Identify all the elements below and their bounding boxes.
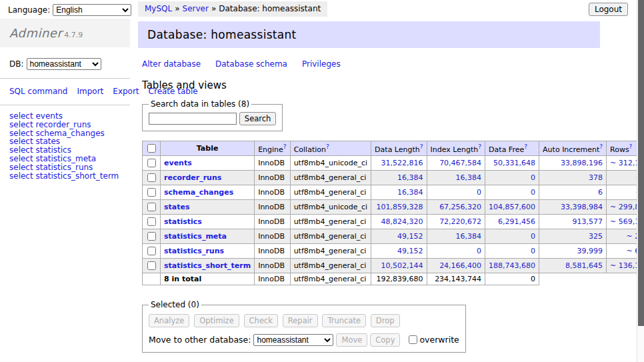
table-link[interactable]: schema_changes	[164, 188, 233, 197]
database-action-links: Alter databaseDatabase schemaPrivileges	[142, 59, 600, 69]
logout-button[interactable]: Logout	[589, 3, 628, 16]
table-row: statistics_short_term InnoDB utf8mb4_gen…	[143, 259, 644, 273]
cell-data-length: 48,824,320	[371, 215, 427, 229]
row-checkbox[interactable]	[147, 217, 156, 226]
check-button[interactable]: Check	[244, 314, 278, 327]
breadcrumb-link-server[interactable]: Server	[183, 4, 209, 13]
sidebar-link-sql-command[interactable]: SQL command	[9, 87, 67, 96]
table-link[interactable]: statistics_short_term	[164, 261, 251, 270]
help-link[interactable]: ?	[629, 143, 633, 150]
cell-data-length: 10,502,144	[371, 259, 427, 273]
cell-data-length: 31,522,816	[371, 156, 427, 171]
help-link[interactable]: ?	[599, 143, 603, 150]
sidebar-table-link[interactable]: select statistics_short_term	[9, 172, 121, 181]
row-checkbox[interactable]	[147, 188, 156, 197]
select-all-checkbox[interactable]	[147, 144, 156, 153]
language-row: Language:English	[8, 4, 131, 16]
cell-data-length: 49,152	[371, 229, 427, 244]
sidebar-table-list: select events select recorder_runs selec…	[0, 105, 130, 187]
row-checkbox[interactable]	[147, 159, 156, 167]
column-header-index-length: Index Length?	[427, 141, 485, 156]
alter-database-link[interactable]: Alter database	[142, 59, 201, 69]
cell-data-free: 6,291,456	[485, 215, 539, 229]
cell-index-length: 24,166,400	[427, 259, 485, 273]
row-checkbox[interactable]	[147, 173, 156, 182]
table-row: statistics InnoDB utf8mb4_general_ci 48,…	[143, 215, 644, 229]
cell-engine: InnoDB	[255, 171, 290, 185]
cell-auto-increment: 33,398,984	[539, 200, 607, 215]
help-link[interactable]: ?	[478, 143, 481, 150]
language-select[interactable]: English	[53, 4, 131, 16]
sidebar-table-link[interactable]: select statistics_meta	[9, 155, 121, 163]
column-header-data-free: Data Free?	[485, 141, 539, 156]
sidebar-link-import[interactable]: Import	[77, 87, 103, 96]
table-link[interactable]: statistics	[164, 217, 202, 226]
help-link[interactable]: ?	[524, 143, 527, 150]
search-fieldset: Search data in tables (8) Search	[142, 99, 283, 131]
cell-data-length: 16,384	[371, 185, 427, 200]
move-label: Move to other database:	[149, 335, 251, 345]
breadcrumb: MySQL»Server»Database: homeassistant	[138, 1, 327, 17]
adminer-version: 4.7.9	[64, 31, 83, 39]
table-link[interactable]: statistics_meta	[164, 232, 227, 241]
total-data-length: 192,839,680	[371, 273, 427, 285]
scrollbar-thumb[interactable]	[638, 0, 644, 326]
repair-button[interactable]: Repair	[283, 314, 318, 327]
help-link[interactable]: ?	[283, 143, 287, 150]
cell-data-free: 0	[485, 244, 539, 259]
breadcrumb-link-mysql[interactable]: MySQL	[145, 4, 172, 13]
truncate-button[interactable]: Truncate	[322, 314, 366, 327]
analyze-button[interactable]: Analyze	[149, 314, 189, 327]
logo-block: Adminer4.7.9	[0, 19, 130, 47]
total-engine: InnoDB	[255, 273, 290, 285]
cell-collation: utf8mb4_general_ci	[290, 185, 371, 200]
search-button[interactable]: Search	[239, 112, 277, 125]
sidebar-link-create-table[interactable]: Create table	[149, 87, 198, 96]
privileges-link[interactable]: Privileges	[302, 59, 341, 69]
table-header-row: Table Engine? Collation? Data Length? In…	[143, 141, 644, 156]
table-row: states InnoDB utf8mb4_unicode_ci 101,859…	[143, 200, 644, 215]
cell-data-free: 188,743,680	[485, 259, 539, 273]
table-row: schema_changes InnoDB utf8mb4_general_ci…	[143, 185, 644, 200]
search-input[interactable]	[149, 113, 237, 125]
database-schema-link[interactable]: Database schema	[215, 59, 287, 69]
table-link[interactable]: recorder_runs	[164, 173, 221, 182]
move-button[interactable]: Move	[336, 333, 367, 347]
cell-engine: InnoDB	[255, 200, 290, 215]
help-link[interactable]: ?	[326, 143, 329, 150]
overwrite-checkbox[interactable]	[409, 335, 417, 344]
db-select[interactable]: homeassistant	[27, 58, 101, 70]
move-db-select[interactable]: homeassistant	[253, 334, 333, 346]
column-header-table: Table	[161, 141, 255, 156]
table-link[interactable]: statistics_runs	[164, 247, 224, 255]
cell-auto-increment: 378	[539, 171, 607, 185]
row-checkbox[interactable]	[147, 247, 156, 255]
adminer-logo[interactable]: Adminer	[9, 26, 62, 40]
overwrite-option[interactable]: overwrite	[406, 335, 459, 345]
row-checkbox[interactable]	[147, 261, 156, 270]
copy-button[interactable]: Copy	[370, 333, 400, 347]
scrollbar[interactable]	[637, 0, 644, 362]
total-data-free: 0	[485, 273, 539, 285]
page-title: Database: homeassistant	[138, 21, 600, 48]
optimize-button[interactable]: Optimize	[194, 314, 239, 327]
breadcrumb-separator: »	[211, 4, 216, 13]
breadcrumb-current: Database: homeassistant	[219, 4, 321, 13]
cell-collation: utf8mb4_general_ci	[290, 171, 371, 185]
help-link[interactable]: ?	[420, 143, 423, 150]
table-link[interactable]: events	[164, 159, 192, 167]
db-label: DB:	[9, 59, 24, 69]
total-index-length: 234,143,744	[427, 273, 485, 285]
cell-collation: utf8mb4_general_ci	[290, 244, 371, 259]
row-checkbox[interactable]	[147, 203, 156, 211]
drop-button[interactable]: Drop	[371, 314, 400, 327]
cell-engine: InnoDB	[255, 229, 290, 244]
tables-and-views-heading: Tables and views	[142, 79, 600, 91]
cell-collation: utf8mb4_general_ci	[290, 259, 371, 273]
sidebar-table-link[interactable]: select statistics_runs	[9, 163, 121, 172]
row-checkbox[interactable]	[147, 232, 156, 241]
sidebar-link-export[interactable]: Export	[113, 87, 139, 96]
table-link[interactable]: states	[164, 203, 190, 211]
sidebar-table-link[interactable]: select events	[9, 112, 121, 121]
sidebar-table-link[interactable]: select recorder_runs	[9, 121, 121, 129]
